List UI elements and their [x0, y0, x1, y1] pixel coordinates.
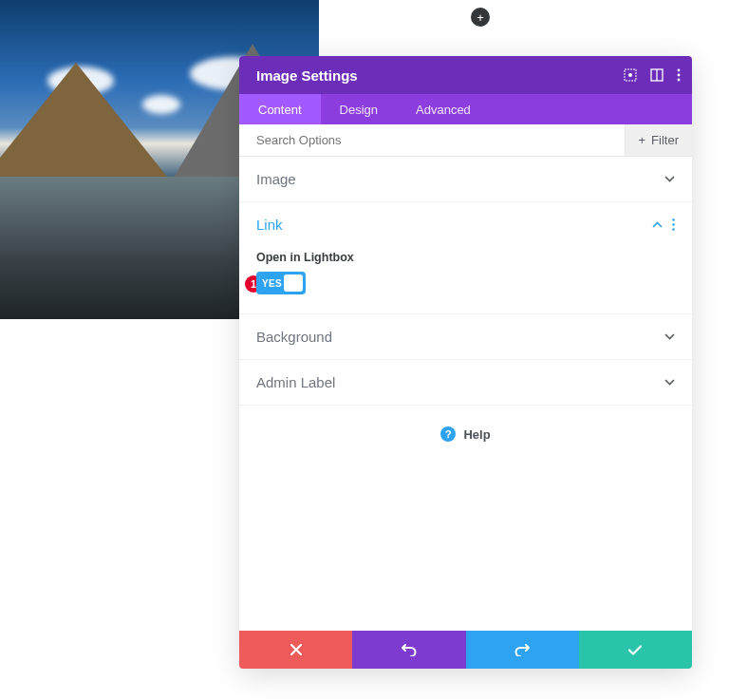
search-input[interactable]: [256, 133, 625, 147]
chevron-up-icon: [652, 221, 663, 228]
section-link-header[interactable]: Link: [239, 202, 692, 247]
tab-design[interactable]: Design: [321, 94, 397, 124]
plus-icon: +: [639, 133, 646, 147]
open-lightbox-toggle[interactable]: YES: [256, 272, 306, 294]
chevron-down-icon: [664, 379, 675, 386]
svg-point-6: [678, 79, 681, 82]
toggle-knob: [284, 274, 303, 292]
section-image: Image: [239, 157, 692, 202]
filter-label: Filter: [651, 133, 679, 147]
sections: Image Link Open in Lightbox: [239, 157, 692, 631]
section-image-header[interactable]: Image: [239, 157, 692, 201]
section-title: Background: [256, 329, 332, 345]
close-icon: [290, 644, 302, 655]
filter-button[interactable]: + Filter: [625, 124, 692, 156]
svg-point-8: [672, 223, 675, 226]
plus-icon: +: [477, 11, 484, 24]
more-icon[interactable]: [677, 68, 681, 82]
panel-header: Image Settings: [239, 56, 692, 94]
toggle-wrap: 1 YES: [256, 272, 306, 294]
columns-icon[interactable]: [650, 68, 664, 82]
svg-point-7: [672, 218, 675, 221]
svg-point-1: [628, 73, 632, 77]
section-controls: [652, 218, 675, 231]
section-admin-label: Admin Label: [239, 360, 692, 406]
toggle-state-label: YES: [262, 278, 282, 289]
help-label: Help: [463, 427, 490, 442]
section-background-header[interactable]: Background: [239, 314, 692, 359]
more-icon[interactable]: [672, 218, 675, 231]
footer-actions: [239, 631, 692, 669]
chevron-down-icon: [664, 176, 675, 182]
settings-panel: Image Settings Content Design Advanced +…: [239, 56, 692, 669]
expand-icon[interactable]: [624, 68, 637, 82]
panel-title: Image Settings: [256, 67, 358, 84]
cancel-button[interactable]: [239, 631, 352, 669]
section-title: Image: [256, 171, 296, 187]
add-module-button[interactable]: +: [471, 8, 490, 27]
save-button[interactable]: [579, 631, 692, 669]
svg-point-4: [678, 69, 681, 72]
help-icon: ?: [440, 426, 456, 442]
tabs: Content Design Advanced: [239, 94, 692, 124]
tab-content[interactable]: Content: [239, 94, 321, 124]
undo-button[interactable]: [352, 631, 465, 669]
help-row[interactable]: ? Help: [239, 406, 692, 463]
section-admin-label-header[interactable]: Admin Label: [239, 360, 692, 405]
redo-icon: [514, 643, 530, 656]
check-icon: [628, 645, 642, 655]
section-title: Admin Label: [256, 374, 335, 390]
section-title: Link: [256, 217, 283, 233]
search-row: + Filter: [239, 124, 692, 157]
header-icons: [624, 68, 681, 82]
svg-point-5: [678, 74, 681, 77]
section-link-body: Open in Lightbox 1 YES: [239, 247, 692, 313]
section-background: Background: [239, 314, 692, 360]
undo-icon: [402, 643, 417, 656]
chevron-down-icon: [664, 333, 675, 340]
open-lightbox-label: Open in Lightbox: [256, 251, 675, 264]
section-link: Link Open in Lightbox 1 YES: [239, 202, 692, 314]
tab-advanced[interactable]: Advanced: [397, 94, 490, 124]
redo-button[interactable]: [466, 631, 579, 669]
svg-point-9: [672, 228, 675, 231]
